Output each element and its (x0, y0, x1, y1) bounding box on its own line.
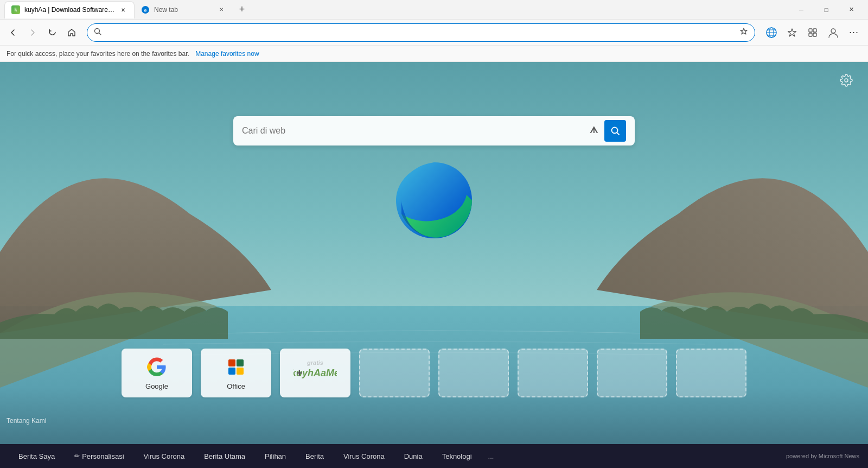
edge-logo (391, 157, 477, 244)
favorites-button[interactable] (782, 23, 802, 42)
berita-saya-label: Berita Saya (18, 452, 55, 460)
quick-link-empty-3[interactable] (518, 349, 588, 397)
favorites-bar: For quick access, place your favorites h… (0, 46, 868, 62)
virus-corona-2-label: Virus Corona (343, 452, 385, 460)
search-box: ᗑ (233, 116, 635, 146)
favorites-info-text: For quick access, place your favorites h… (7, 50, 189, 58)
news-item-teknologi[interactable]: Teknologi (432, 452, 482, 460)
news-item-berita[interactable]: Berita (296, 452, 334, 460)
news-item-pilihan[interactable]: Pilihan (255, 452, 296, 460)
nav-bar: ··· (0, 20, 868, 46)
quick-link-office-label: Office (227, 382, 245, 390)
tab-new-title: New tab (154, 6, 213, 14)
tab-new[interactable]: e New tab ✕ (135, 1, 232, 18)
address-search-icon (94, 28, 101, 37)
kuyhaa-favicon-icon: k (11, 5, 20, 14)
minimize-button[interactable]: ─ (789, 0, 814, 20)
svg-rect-19 (228, 368, 235, 375)
pilihan-label: Pilihan (265, 452, 286, 460)
tab-kuyhaa-title: kuyhAa | Download Software Te... (24, 6, 114, 14)
address-input[interactable] (106, 28, 735, 37)
close-button[interactable]: ✕ (839, 0, 864, 20)
google-icon (146, 356, 168, 378)
news-more-button[interactable]: ... (482, 452, 501, 460)
svg-rect-11 (813, 33, 816, 36)
bing-icon[interactable]: ᗑ (588, 124, 600, 138)
new-tab-page: ᗑ (0, 62, 868, 468)
address-bar[interactable] (87, 23, 755, 42)
title-bar: k kuyhAa | Download Software Te... ✕ e N… (0, 0, 868, 20)
quick-link-kuyhaa[interactable]: gratis kuyhAaMe + (280, 349, 350, 397)
svg-text:e: e (144, 8, 146, 13)
quick-link-empty-4[interactable] (597, 349, 667, 397)
teknologi-label: Teknologi (442, 452, 472, 460)
menu-button[interactable]: ··· (844, 23, 864, 42)
home-button[interactable] (63, 24, 80, 41)
office-icon (225, 356, 247, 378)
settings-gear-button[interactable] (838, 72, 855, 89)
tab-kuyhaa-close[interactable]: ✕ (119, 5, 127, 14)
virus-corona-1-label: Virus Corona (144, 452, 185, 460)
svg-point-12 (831, 29, 835, 33)
quick-link-google[interactable]: Google (122, 349, 192, 397)
news-item-berita-saya[interactable]: Berita Saya (9, 452, 65, 460)
svg-point-2 (95, 29, 100, 34)
favorites-star-icon[interactable] (739, 27, 748, 38)
manage-favorites-link[interactable]: Manage favorites now (195, 50, 259, 58)
tab-kuyhaa[interactable]: k kuyhAa | Download Software Te... ✕ (4, 1, 135, 18)
search-button[interactable] (604, 120, 626, 142)
personalisasi-label: Personalisasi (82, 452, 124, 460)
back-button[interactable] (4, 24, 22, 41)
tentang-kami-link[interactable]: Tentang Kami (7, 417, 46, 425)
window-controls: ─ □ ✕ (789, 0, 864, 20)
svg-text:ᗑ: ᗑ (590, 125, 598, 135)
news-item-berita-utama[interactable]: Berita Utama (194, 452, 255, 460)
dunia-label: Dunia (404, 452, 423, 460)
news-item-virus-corona-2[interactable]: Virus Corona (334, 452, 394, 460)
quick-link-empty-1[interactable] (359, 349, 430, 397)
new-tab-button[interactable]: + (234, 2, 250, 17)
svg-rect-20 (237, 368, 244, 375)
maximize-button[interactable]: □ (814, 0, 839, 20)
svg-rect-10 (809, 33, 812, 36)
svg-rect-17 (228, 359, 235, 366)
svg-rect-18 (237, 359, 244, 366)
quick-link-google-label: Google (145, 382, 168, 390)
news-item-virus-corona-1[interactable]: Virus Corona (134, 452, 195, 460)
refresh-button[interactable] (43, 24, 61, 41)
edge-globe-button[interactable] (762, 23, 781, 42)
edge-tab-icon: e (141, 5, 150, 14)
berita-label: Berita (305, 452, 324, 460)
profile-button[interactable] (824, 23, 843, 42)
news-item-personalisasi[interactable]: ✏ Personalisasi (65, 452, 133, 460)
svg-rect-8 (809, 29, 812, 32)
pencil-icon: ✏ (74, 452, 80, 460)
quick-link-empty-5[interactable] (676, 349, 746, 397)
forward-button[interactable] (24, 24, 41, 41)
quick-link-office[interactable]: Office (201, 349, 271, 397)
kuyhaa-icon: gratis kuyhAaMe + (293, 359, 337, 387)
powered-by-text: powered by Microsoft News (786, 453, 859, 459)
svg-rect-9 (813, 29, 816, 32)
quick-link-empty-2[interactable] (438, 349, 509, 397)
berita-utama-label: Berita Utama (204, 452, 245, 460)
tab-new-close[interactable]: ✕ (217, 5, 226, 14)
collections-button[interactable] (803, 23, 822, 42)
nav-right-buttons: ··· (762, 23, 864, 42)
search-area: ᗑ (233, 116, 635, 146)
svg-point-16 (612, 128, 618, 134)
news-item-dunia[interactable]: Dunia (394, 452, 432, 460)
search-input[interactable] (242, 126, 584, 136)
news-bar: Berita Saya ✏ Personalisasi Virus Corona… (0, 444, 868, 468)
quick-links: Google Office gratis kuyhAaMe + (122, 349, 746, 397)
tab-strip: k kuyhAa | Download Software Te... ✕ e N… (4, 0, 789, 20)
